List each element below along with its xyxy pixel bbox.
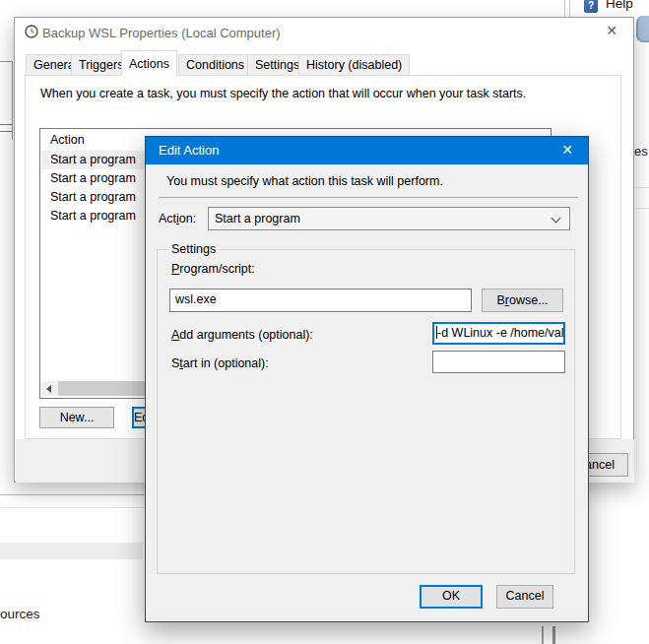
cancel-button[interactable]: Cancel bbox=[496, 585, 553, 609]
list-separator-line bbox=[636, 208, 649, 209]
browse-button[interactable]: Browse... bbox=[482, 289, 563, 312]
settings-group: Settings Program/script: wsl.exe Browse.… bbox=[157, 249, 575, 574]
start-in-label: Start in (optional): bbox=[171, 356, 269, 370]
panel-edge-line bbox=[0, 124, 12, 125]
list-separator-line bbox=[636, 187, 649, 188]
new-button[interactable]: New... bbox=[39, 407, 114, 428]
edit-action-dialog: Edit Action ✕ You must specify what acti… bbox=[145, 136, 589, 622]
separator-line bbox=[159, 197, 578, 198]
actions-instruction-text: When you create a task, you must specify… bbox=[40, 87, 526, 100]
clipped-text-fragment-bottom: ources bbox=[0, 607, 40, 621]
action-dropdown[interactable]: Start a program bbox=[208, 207, 570, 230]
background-row-line bbox=[0, 507, 145, 508]
settings-group-label: Settings bbox=[167, 242, 220, 256]
dialog-close-icon[interactable]: ✕ bbox=[548, 137, 587, 164]
panel-edge-line bbox=[0, 131, 12, 132]
help-menu-item[interactable]: Help bbox=[606, 0, 633, 11]
actions-list-header: Action bbox=[50, 133, 85, 147]
tab-history[interactable]: History (disabled) bbox=[298, 54, 410, 76]
add-arguments-input[interactable]: -d WLinux -e /home/val bbox=[432, 322, 565, 345]
ok-button[interactable]: OK bbox=[420, 585, 483, 609]
task-clock-icon bbox=[25, 25, 38, 41]
clipped-text-fragment-right: es bbox=[634, 144, 648, 159]
tab-conditions[interactable]: Conditions bbox=[178, 54, 252, 76]
help-icon[interactable]: ? bbox=[584, 0, 598, 13]
program-script-label: Program/script: bbox=[171, 262, 255, 276]
scroll-left-arrow-icon[interactable] bbox=[41, 381, 58, 396]
action-dropdown-value: Start a program bbox=[215, 212, 300, 225]
window-edge-fragment bbox=[636, 16, 649, 42]
background-row-band bbox=[0, 543, 143, 559]
add-arguments-label: Add arguments (optional): bbox=[171, 328, 313, 342]
start-in-input[interactable] bbox=[432, 351, 565, 373]
background-row-line bbox=[0, 494, 145, 495]
background-scrollbar-fragment bbox=[542, 626, 544, 644]
tab-actions[interactable]: Actions bbox=[121, 50, 177, 76]
dialog-instruction-text: You must specify what action this task w… bbox=[166, 174, 443, 188]
panel-edge-line bbox=[12, 61, 13, 140]
program-script-input[interactable]: wsl.exe bbox=[169, 289, 472, 312]
chevron-down-icon bbox=[552, 214, 561, 224]
dialog-title: Edit Action bbox=[159, 137, 219, 164]
action-label: Action: bbox=[159, 212, 196, 225]
window-title: Backup WSL Properties (Local Computer) bbox=[42, 26, 281, 40]
background-scrollbar-fragment bbox=[552, 626, 555, 644]
close-icon[interactable]: ✕ bbox=[600, 20, 623, 41]
dialog-titlebar: Edit Action ✕ bbox=[146, 137, 588, 164]
